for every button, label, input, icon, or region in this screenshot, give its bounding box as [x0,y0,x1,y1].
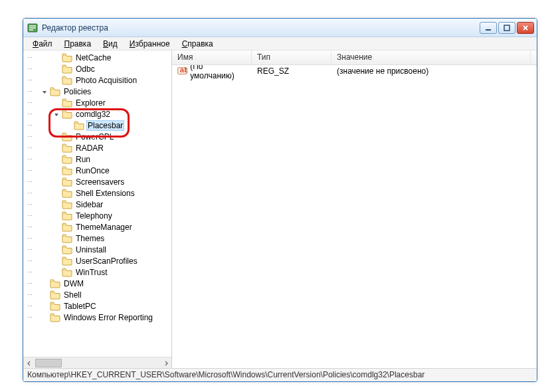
menu-правка[interactable]: Правка [59,38,97,50]
tree-item[interactable]: ⋯Sidebar [25,199,171,210]
folder-icon [62,110,72,119]
tree-item[interactable]: ⋯comdlg32 [25,108,171,120]
tree-item[interactable]: ⋯UserScanProfiles [25,255,171,266]
chevron-right-icon [52,246,60,254]
tree-connector-icon: ⋯ [26,303,33,309]
tree-horizontal-scrollbar[interactable] [23,357,171,368]
chevron-right-icon [52,268,60,276]
menu-вид[interactable]: Вид [98,38,123,50]
svg-rect-3 [29,29,33,31]
content-area: ⋯NetCache⋯Odbc⋯Photo Acquisition⋯Policie… [23,50,537,368]
chevron-right-icon [52,133,60,141]
col-name[interactable]: Имя [172,50,252,64]
tree-item[interactable]: ⋯Run [25,153,171,165]
tree-item-label: RunOnce [74,166,111,175]
tree-item-label: Policies [62,87,92,96]
chevron-right-icon [52,54,60,62]
tree-item[interactable]: ⋯Windows Error Reporting [25,312,171,323]
tree-connector-icon: ⋯ [26,235,33,241]
window-buttons [480,22,534,34]
folder-icon [62,245,72,254]
tree-item[interactable]: ⋯RADAR [25,142,171,153]
tree-item-label: Shell [62,290,83,300]
scroll-thumb[interactable] [35,359,62,367]
tree-item-label: Run [74,155,92,164]
tree-item-label: Windows Error Reporting [62,313,154,322]
tree-item[interactable]: ⋯ThemeManager [25,221,171,233]
tree-connector-icon: ⋯ [26,314,33,320]
tree-item[interactable]: ⋯Explorer [25,97,171,108]
tree-item[interactable]: ⋯NetCache [25,52,171,63]
tree-item[interactable]: ⋯Themes [25,233,171,244]
menu-файл[interactable]: Файл [27,38,58,50]
chevron-right-icon [41,280,48,288]
tree-item[interactable]: ⋯TabletPC [25,300,171,312]
tree-item[interactable]: ⋯Telephony [25,210,171,221]
folder-icon [62,98,72,108]
tree-item-label: PowerCPL [74,132,115,142]
tree-item[interactable]: ⋯RunOnce [25,165,171,176]
folder-icon [50,279,60,288]
tree-view[interactable]: ⋯NetCache⋯Odbc⋯Photo Acquisition⋯Policie… [23,50,171,357]
tree-item-label: Explorer [74,98,107,108]
tree-item[interactable]: ⋯Placesbar [25,120,171,131]
col-value[interactable]: Значение [331,50,531,64]
folder-icon [62,223,72,232]
tree-item[interactable]: ⋯DWM [25,278,171,289]
tree-connector-icon: ⋯ [26,54,33,60]
scroll-right-icon[interactable] [160,357,171,368]
tree-item-label: WinTrust [74,268,109,277]
tree-item[interactable]: ⋯Shell Extensions [25,187,171,199]
tree-item-label: Telephony [74,211,114,221]
minimize-button[interactable] [480,22,497,34]
tree-item[interactable]: ⋯Odbc [25,63,171,74]
chevron-right-icon [64,122,72,130]
chevron-down-icon[interactable] [41,88,48,96]
tree-item-label: NetCache [74,53,112,62]
chevron-down-icon[interactable] [52,110,60,118]
svg-rect-1 [29,25,36,27]
tree-connector-icon: ⋯ [26,179,33,185]
tree-item[interactable]: ⋯Policies [25,86,171,97]
tree-item-label: Sidebar [74,200,104,209]
folder-icon [62,144,72,153]
titlebar[interactable]: Редактор реестра [23,19,537,37]
tree-item-label: DWM [62,279,85,288]
window-title: Редактор реестра [42,23,480,33]
list-row[interactable]: ab(По умолчанию)REG_SZ(значение не присв… [172,65,537,77]
svg-text:ab: ab [180,66,187,74]
close-button[interactable] [517,22,534,34]
scroll-left-icon[interactable] [23,357,35,368]
tree-item[interactable]: ⋯Photo Acquisition [25,74,171,86]
tree-item[interactable]: ⋯Uninstall [25,244,171,255]
chevron-right-icon [52,178,60,186]
folder-icon [62,177,72,187]
tree-item[interactable]: ⋯Screensavers [25,176,171,187]
tree-item[interactable]: ⋯PowerCPL [25,131,171,142]
menu-справка[interactable]: Справка [177,38,219,50]
folder-icon [62,211,72,221]
maximize-button[interactable] [498,22,515,34]
chevron-right-icon [52,65,60,73]
tree-connector-icon: ⋯ [26,77,33,83]
list-body[interactable]: ab(По умолчанию)REG_SZ(значение не присв… [172,65,537,368]
tree-item-label: Themes [74,234,106,243]
svg-rect-2 [29,27,36,29]
regedit-icon [27,23,38,33]
chevron-right-icon [52,99,60,107]
menu-избранное[interactable]: Избранное [124,38,175,50]
tree-item[interactable]: ⋯Shell [25,289,171,300]
folder-icon [62,64,72,74]
folder-icon [50,313,60,322]
list-header[interactable]: Имя Тип Значение [172,50,537,65]
folder-icon [62,53,72,62]
tree-item-label: Photo Acquisition [74,76,138,85]
list-pane: Имя Тип Значение ab(По умолчанию)REG_SZ(… [172,50,537,368]
chevron-right-icon [41,291,48,299]
svg-rect-4 [486,29,491,31]
folder-icon [74,121,84,130]
col-type[interactable]: Тип [252,50,331,64]
tree-item[interactable]: ⋯WinTrust [25,266,171,278]
tree-item-label: RADAR [74,144,105,153]
tree-connector-icon: ⋯ [26,258,33,264]
